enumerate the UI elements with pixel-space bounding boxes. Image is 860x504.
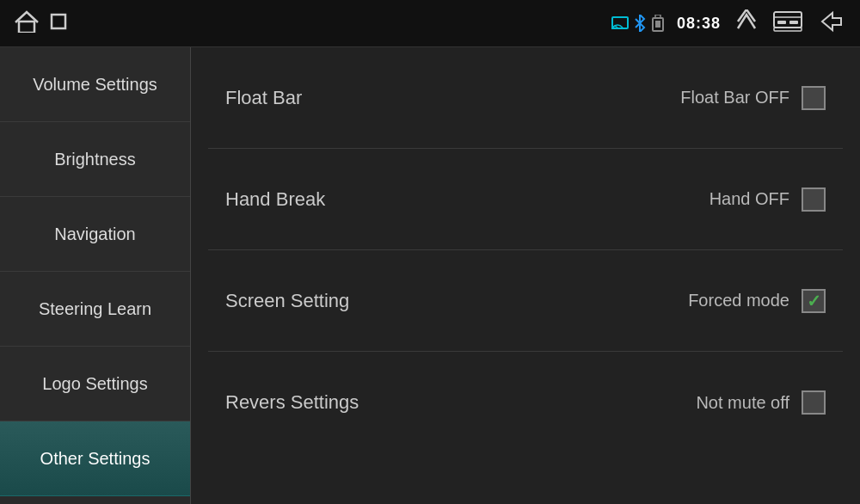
status-bar: 08:38 [0,0,860,47]
hand-break-value: Hand OFF [710,189,789,209]
setting-row-float-bar: Float Bar Float Bar OFF [208,47,843,149]
notification-icons [611,15,665,32]
revers-settings-label: Revers Settings [225,391,359,414]
square-icon[interactable] [50,13,67,34]
nav-up-icon[interactable] [733,9,760,37]
float-bar-control: Float Bar OFF [680,86,826,110]
sidebar-item-logo-settings[interactable]: Logo Settings [0,347,190,421]
svg-rect-10 [789,21,798,24]
svg-rect-1 [52,15,65,28]
svg-rect-9 [777,21,786,24]
bluetooth-icon [634,15,646,32]
screen-setting-value: Forced mode [688,291,789,310]
svg-rect-0 [19,22,34,33]
screen-setting-label: Screen Setting [225,290,349,312]
svg-rect-5 [655,21,660,28]
float-bar-label: Float Bar [225,87,302,109]
hand-break-label: Hand Break [225,188,325,211]
dashboard-icon[interactable] [772,10,803,36]
screen-setting-control: Forced mode [688,289,826,313]
revers-settings-value: Not mute off [696,393,789,413]
setting-row-revers-settings: Revers Settings Not mute off [208,352,843,453]
setting-row-hand-break: Hand Break Hand OFF [208,149,843,250]
float-bar-value: Float Bar OFF [680,88,789,108]
sidebar-item-navigation[interactable]: Navigation [0,197,190,272]
float-bar-checkbox[interactable] [802,86,826,110]
back-icon[interactable] [815,9,846,37]
sidebar-item-steering-learn[interactable]: Steering Learn [0,272,190,347]
setting-row-screen-setting: Screen Setting Forced mode [208,250,843,352]
settings-panel: Float Bar Float Bar OFF Hand Break Hand … [191,47,860,504]
revers-settings-control: Not mute off [696,390,826,415]
hand-break-checkbox[interactable] [802,187,826,212]
cast-icon [611,16,629,30]
hand-break-control: Hand OFF [710,187,826,212]
status-left-icons [14,10,67,36]
time-display: 08:38 [677,15,721,33]
home-icon[interactable] [14,10,40,36]
status-right-icons: 08:38 [611,9,846,37]
sidebar: Volume Settings Brightness Navigation St… [0,47,191,504]
svg-rect-7 [774,28,802,31]
sim-icon [651,15,665,32]
sidebar-item-volume-settings[interactable]: Volume Settings [0,47,190,122]
sidebar-item-other-settings[interactable]: Other Settings [0,421,190,496]
svg-rect-6 [774,12,802,28]
sidebar-item-brightness[interactable]: Brightness [0,122,190,197]
main-content: Volume Settings Brightness Navigation St… [0,47,860,504]
revers-settings-checkbox[interactable] [802,390,826,415]
screen-setting-checkbox[interactable] [802,289,826,313]
